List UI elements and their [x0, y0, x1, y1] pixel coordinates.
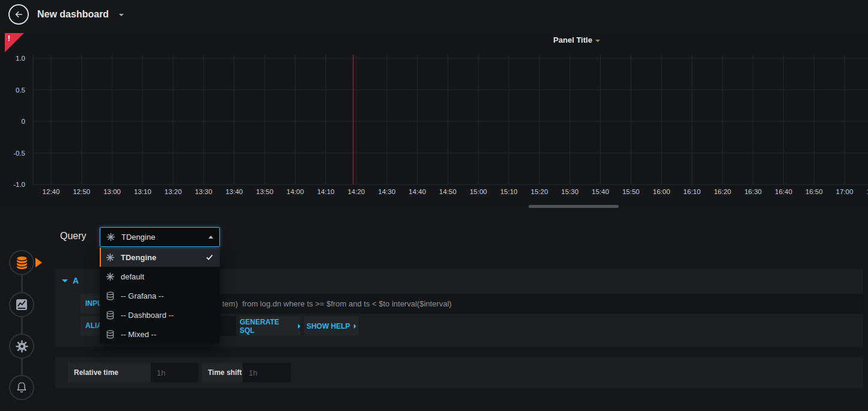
tdengine-icon — [106, 272, 115, 281]
query-row-header[interactable]: A — [62, 276, 79, 285]
datasource-option-label: -- Grafana -- — [121, 291, 164, 300]
datasource-option-label: TDengine — [121, 253, 156, 262]
database-icon — [106, 291, 115, 300]
svg-text:16:50: 16:50 — [806, 188, 823, 195]
active-tab-arrow — [35, 258, 42, 267]
caret-right-icon — [298, 324, 300, 329]
svg-text:14:30: 14:30 — [378, 188, 396, 195]
check-icon — [205, 253, 214, 261]
svg-text:0.5: 0.5 — [16, 87, 25, 94]
svg-text:16:40: 16:40 — [775, 188, 792, 195]
top-nav: New dashboard — [0, 0, 868, 29]
svg-text:12:40: 12:40 — [43, 188, 60, 195]
tdengine-icon — [106, 233, 116, 242]
query-options-row: Relative time Time shift — [55, 357, 863, 388]
svg-text:17:00: 17:00 — [836, 188, 854, 195]
time-series-chart[interactable]: 1.00.50-0.5-1.012:4012:5013:0013:1013:20… — [0, 33, 868, 207]
datasource-option[interactable]: TDengine — [100, 248, 220, 267]
datasource-select-value: TDengine — [121, 233, 155, 242]
tab-queries[interactable] — [9, 250, 34, 275]
svg-text:12:50: 12:50 — [73, 188, 90, 195]
svg-text:13:00: 13:00 — [103, 188, 121, 195]
bell-icon — [15, 381, 28, 394]
database-icon — [14, 255, 29, 270]
show-help-label: SHOW HELP — [306, 322, 350, 330]
graph-panel: ! Panel Title 1.00.50-0.5-1.012:4012:501… — [0, 33, 868, 207]
tab-visualization[interactable] — [9, 292, 34, 317]
datasource-select[interactable]: TDengine — [100, 227, 220, 247]
caret-right-icon — [354, 324, 356, 329]
tab-general[interactable] — [9, 333, 34, 359]
generate-sql-button[interactable]: GENERATE SQL — [240, 316, 300, 336]
svg-text:15:00: 15:00 — [470, 188, 487, 195]
svg-text:14:10: 14:10 — [317, 188, 335, 195]
panel-scrollbar[interactable] — [529, 205, 619, 208]
svg-text:16:20: 16:20 — [714, 188, 731, 195]
svg-text:13:30: 13:30 — [195, 188, 213, 195]
svg-text:13:10: 13:10 — [134, 188, 151, 195]
svg-text:16:00: 16:00 — [653, 188, 670, 195]
svg-text:14:20: 14:20 — [348, 188, 365, 195]
chevron-up-icon — [208, 236, 213, 239]
svg-text:13:40: 13:40 — [225, 188, 243, 195]
svg-text:15:40: 15:40 — [592, 188, 609, 195]
relative-time-label: Relative time — [68, 363, 151, 382]
query-section-label: Query — [60, 231, 86, 242]
svg-text:13:50: 13:50 — [256, 188, 273, 195]
svg-text:16:10: 16:10 — [684, 188, 701, 195]
svg-text:15:30: 15:30 — [561, 188, 578, 195]
datasource-option-label: -- Dashboard -- — [121, 311, 174, 320]
relative-time-input[interactable] — [151, 363, 198, 382]
svg-text:15:10: 15:10 — [500, 188, 518, 195]
svg-text:14:50: 14:50 — [439, 188, 457, 195]
rail-connector-line — [21, 263, 23, 388]
page: New dashboard ! Panel Title 1.00.50-0.5-… — [0, 0, 868, 411]
svg-text:-1.0: -1.0 — [13, 181, 25, 188]
sql-text: tem) from log.dn where ts >= $from and t… — [222, 294, 452, 314]
svg-text:16:30: 16:30 — [744, 188, 762, 195]
svg-text:15:50: 15:50 — [622, 188, 640, 195]
svg-text:14:00: 14:00 — [287, 188, 304, 195]
query-row-letter: A — [73, 276, 79, 285]
dashboard-title[interactable]: New dashboard — [37, 0, 109, 29]
tab-alert[interactable] — [9, 375, 34, 400]
datasource-option[interactable]: -- Grafana -- — [100, 286, 220, 305]
back-button[interactable] — [8, 4, 29, 25]
sql-field[interactable]: tem) from log.dn where ts >= $from and t… — [141, 294, 863, 314]
show-help-button[interactable]: SHOW HELP — [304, 316, 359, 336]
datasource-option[interactable]: default — [100, 267, 220, 286]
generate-sql-label: GENERATE SQL — [240, 318, 294, 335]
back-arrow-icon — [13, 9, 24, 20]
time-shift-input[interactable] — [243, 363, 291, 382]
svg-text:13:20: 13:20 — [165, 188, 182, 195]
tdengine-icon — [106, 253, 115, 262]
database-icon — [106, 330, 115, 339]
datasource-option-label: default — [121, 272, 144, 281]
svg-text:1.0: 1.0 — [16, 55, 25, 62]
dashboard-title-caret-icon[interactable] — [119, 14, 124, 16]
svg-text:-0.5: -0.5 — [13, 150, 25, 157]
database-icon — [106, 311, 115, 320]
datasource-option[interactable]: -- Mixed -- — [100, 324, 220, 344]
svg-text:15:20: 15:20 — [531, 188, 548, 195]
svg-text:14:40: 14:40 — [408, 188, 426, 195]
time-shift-label: Time shift — [202, 363, 243, 382]
datasource-option-label: -- Mixed -- — [121, 330, 156, 339]
datasource-menu: TDenginedefault-- Grafana ---- Dashboard… — [100, 248, 220, 344]
datasource-option[interactable]: -- Dashboard -- — [100, 305, 220, 324]
gear-icon — [15, 339, 29, 353]
collapse-caret-icon — [62, 279, 68, 282]
svg-text:0: 0 — [22, 118, 25, 125]
chart-icon — [15, 298, 28, 311]
